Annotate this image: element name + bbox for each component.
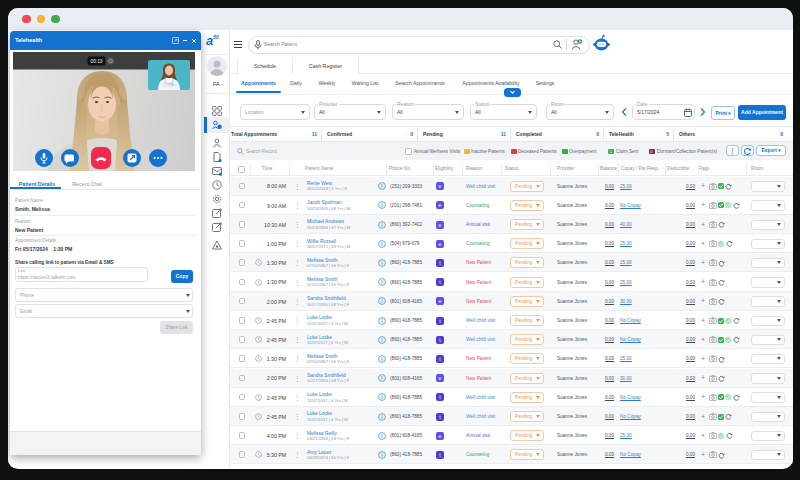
svg-text:00:13: 00:13 <box>90 59 102 64</box>
